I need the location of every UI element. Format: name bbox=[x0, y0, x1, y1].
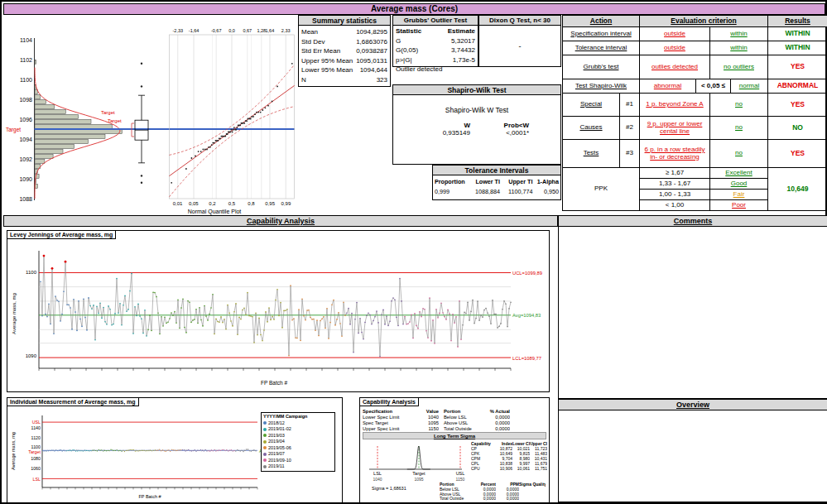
dixon-header: Dixon Q Test, n< 30 bbox=[478, 15, 561, 26]
test-2-criterion: 9 p. upper or lower cental line bbox=[640, 117, 710, 140]
spec-value: 1150 bbox=[414, 426, 439, 432]
spec-interval-row: Specification interval outside within WI… bbox=[563, 27, 827, 41]
spec-value: 1040 bbox=[414, 415, 439, 420]
causes-word: Causes bbox=[563, 117, 620, 140]
legend-title: YYYY/MM Campaign bbox=[263, 414, 333, 420]
legend-item: 2019/04 bbox=[263, 439, 333, 445]
ppk-range: 1,00 - 1,33 bbox=[640, 190, 710, 200]
dixon-value: - bbox=[519, 42, 522, 50]
lsl-value: 1040 bbox=[373, 477, 382, 482]
shapiro-row: Test Shapiro-Wilk abnormal < 0,05 ≤ norm… bbox=[563, 79, 827, 94]
special-cause-2-row: Causes #2 9 p. upper or lower cental lin… bbox=[563, 117, 827, 140]
test-3-result: YES bbox=[768, 140, 827, 168]
ppk-row: PPK ≥ 1,67Excellent 1,33 - 1,67Good 1,00… bbox=[563, 168, 827, 211]
test-number: #3 bbox=[620, 140, 640, 168]
grubbs-result: YES bbox=[768, 55, 827, 79]
y-tick-label: 1092 bbox=[19, 156, 32, 162]
y-tick-label: 1096 bbox=[19, 117, 32, 122]
im-y-ticks: USL 1140 1120 1100 Target 1080 1060 LSL bbox=[28, 420, 41, 482]
portion-col-header: Portion bbox=[439, 409, 482, 415]
grubbs-fail: outlies detected bbox=[640, 55, 710, 79]
capability-table: Capability Index Lower CI Upper CI CP 10… bbox=[471, 441, 547, 471]
portion-value: 0,0000 bbox=[482, 415, 510, 420]
test-1-result: YES bbox=[768, 94, 827, 117]
special-word: Special bbox=[563, 94, 620, 117]
portion-value: 0,0000 bbox=[482, 420, 510, 426]
stat-row: Mean1094,8295 bbox=[299, 27, 390, 37]
shapiro-pass: normal bbox=[731, 79, 768, 94]
summary-statistics-body: Mean1094,8295 Std Dev1,6863076 Std Err M… bbox=[298, 26, 391, 87]
grubbs-outlier-test: Grubbs' Outlier Test StatisticEstimate G… bbox=[392, 15, 478, 67]
dixon-body: - bbox=[478, 26, 561, 67]
legend-marker bbox=[263, 440, 267, 444]
cap-label: CPU bbox=[471, 466, 495, 471]
levey-x-axis-label: FP Batch # bbox=[261, 380, 287, 386]
tolerance-interval-action: Tolerance interval bbox=[563, 41, 640, 55]
probability-tick: 0,99 bbox=[281, 201, 291, 206]
quantile-gridlines bbox=[178, 35, 286, 199]
stat-value: 1094,644 bbox=[360, 65, 387, 75]
usl-label: USL bbox=[456, 471, 465, 476]
levey-jennings-title: Levey Jennings of Average mass, mg bbox=[7, 230, 116, 239]
alpha-value: 0,950 bbox=[532, 187, 559, 197]
ppk-grades: ≥ 1,67Excellent 1,33 - 1,67Good 1,00 - 1… bbox=[640, 168, 768, 211]
lcl-label: LCL=1089,77 bbox=[512, 356, 541, 361]
cap-index: 10,906 bbox=[495, 466, 512, 471]
capability-analysis-panel: Capability Analysis Specification Value … bbox=[359, 397, 550, 503]
upper-ti-col: Upper TI bbox=[500, 176, 532, 187]
stat-label: Mean bbox=[301, 27, 318, 37]
spec-interval-action: Specification interval bbox=[563, 27, 640, 41]
levey-y-axis-label: Average mass, mg bbox=[12, 293, 17, 334]
y-tick-label: 1088 bbox=[19, 196, 32, 202]
y-tick-label: 1080 bbox=[31, 456, 41, 461]
stat-label: Std Dev bbox=[301, 37, 325, 47]
stat-row: Std Dev1,6863076 bbox=[299, 37, 390, 47]
tests-word: Tests bbox=[563, 140, 620, 168]
legend-label: 2018/12 bbox=[268, 420, 285, 425]
y-tick-label: 1098 bbox=[19, 97, 32, 103]
y-tick-label: 1100 bbox=[31, 444, 41, 449]
stat-row: Lower 95% Mean1094,644 bbox=[299, 65, 390, 75]
levey-jennings-plot: Average mass, mg 1100 1090 UCL=1099,89 A… bbox=[9, 244, 547, 390]
grubbs-stat: p>|G| bbox=[396, 55, 412, 65]
proportion-value: 0,999 bbox=[435, 187, 467, 197]
quantile-plot-caption: Normal Quantile Plot bbox=[188, 209, 242, 215]
capability-curve: LSL Target USL 1040 1095 1150 bbox=[363, 441, 469, 484]
report-page: Average mass (Cores) 1104 1102 1100 1098… bbox=[0, 0, 827, 504]
prob-column-header: Prob<W bbox=[483, 122, 529, 129]
stat-value: 1095,0131 bbox=[356, 56, 387, 66]
legend-label: 2019/04 bbox=[268, 439, 285, 444]
estimate-col: Estimate bbox=[448, 26, 475, 36]
stat-value: 0,0938287 bbox=[356, 46, 387, 56]
ppk-quality: Poor bbox=[710, 200, 768, 211]
im-y-axis-label: Average mass, mg bbox=[11, 432, 16, 470]
legend-label: 2019/07 bbox=[268, 451, 285, 456]
overview-body bbox=[558, 410, 827, 502]
quantile-tick: -2,33 bbox=[173, 28, 184, 33]
spec-interval-fail: outside bbox=[640, 27, 710, 41]
portion-label: Total Outside bbox=[439, 426, 482, 432]
ppk-range: 1,33 - 1,67 bbox=[640, 179, 710, 190]
value-col-header: Value bbox=[414, 409, 439, 415]
lsl-label: LSL bbox=[373, 471, 382, 476]
box-plot-outliers bbox=[141, 63, 142, 184]
curve-labels: LSL Target USL bbox=[373, 471, 464, 476]
special-cause-3-row: Tests #3 6 p. in a row steadily in- or d… bbox=[563, 140, 827, 168]
statistic-col: Statistic bbox=[396, 26, 421, 36]
legend-label: 2019/05-06 bbox=[268, 445, 291, 450]
shapiro-wilk-body: Shapiro-Wilk W Test W 0,935149 Prob<W <,… bbox=[392, 95, 561, 165]
legend-item: 2019/09-10 bbox=[263, 458, 333, 464]
summary-statistics: Summary statistics Mean1094,8295 Std Dev… bbox=[298, 15, 391, 87]
individual-measurement-chart: Individual Measurement of Average mass, … bbox=[7, 397, 343, 503]
summary-statistics-header: Summary statistics bbox=[298, 15, 391, 26]
x-tick-marks bbox=[39, 368, 511, 371]
stat-row: Std Err Mean0,0938287 bbox=[299, 46, 390, 56]
target-label: Target bbox=[412, 471, 426, 476]
ppk-action: PPK bbox=[563, 168, 640, 211]
cap-upper: 11,751 bbox=[530, 466, 547, 471]
y-tick-label: 1120 bbox=[31, 435, 41, 440]
histogram-bars bbox=[35, 60, 122, 188]
spec-value: 1095 bbox=[414, 420, 439, 426]
quantile-tick: 0,67 bbox=[243, 28, 252, 33]
stat-label: Std Err Mean bbox=[301, 46, 340, 56]
